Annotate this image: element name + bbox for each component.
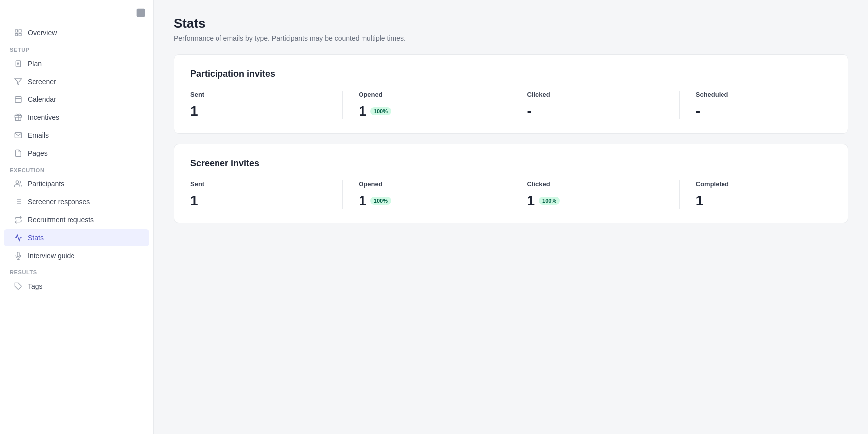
sidebar-item-plan[interactable]: Plan <box>4 55 149 72</box>
mic-icon <box>14 251 23 260</box>
participation-scheduled-value-row: - <box>696 103 832 119</box>
participation-opened-stat: Opened 1 100% <box>359 91 511 119</box>
screener-sent-value: 1 <box>190 193 198 209</box>
participation-clicked-label: Clicked <box>527 91 663 98</box>
sidebar-item-calendar[interactable]: Calendar <box>4 91 149 108</box>
screener-clicked-stat: Clicked 1 100% <box>527 180 680 209</box>
screener-opened-stat: Opened 1 100% <box>359 180 511 209</box>
sidebar-item-pages[interactable]: Pages <box>4 145 149 162</box>
svg-rect-11 <box>15 97 21 103</box>
page-title: Stats <box>174 16 848 31</box>
participation-clicked-stat: Clicked - <box>527 91 680 119</box>
participation-scheduled-stat: Scheduled - <box>696 91 832 119</box>
sidebar-item-tags[interactable]: Tags <box>4 278 149 295</box>
participation-opened-value: 1 <box>359 103 366 119</box>
sidebar-item-label: Overview <box>28 29 57 37</box>
screener-sent-label: Sent <box>190 180 326 188</box>
participation-clicked-value: - <box>527 103 532 119</box>
sidebar-item-emails[interactable]: Emails <box>4 127 149 144</box>
sidebar-item-label: Participants <box>28 180 64 188</box>
grid-icon <box>14 28 23 37</box>
svg-rect-2 <box>15 30 18 32</box>
screener-clicked-value-row: 1 100% <box>527 193 663 209</box>
screener-clicked-label: Clicked <box>527 180 663 188</box>
main-content: Stats Performance of emails by type. Par… <box>154 0 868 434</box>
participation-sent-label: Sent <box>190 91 326 98</box>
sidebar-item-label: Plan <box>28 60 42 68</box>
screener-invites-title: Screener invites <box>190 158 832 169</box>
sidebar-collapse-button[interactable] <box>0 8 153 24</box>
screener-clicked-badge: 100% <box>539 197 560 205</box>
sidebar-item-label: Screener responses <box>28 198 90 206</box>
screener-completed-label: Completed <box>696 180 832 188</box>
sidebar-item-overview[interactable]: Overview <box>4 24 149 41</box>
sidebar-item-recruitment-requests[interactable]: Recruitment requests <box>4 211 149 228</box>
participation-scheduled-value: - <box>696 103 700 119</box>
sidebar-item-label: Screener <box>28 78 56 86</box>
execution-section-label: Execution <box>0 162 153 175</box>
svg-marker-10 <box>15 79 21 85</box>
screener-completed-stat: Completed 1 <box>696 180 832 209</box>
sidebar-item-incentives[interactable]: Incentives <box>4 109 149 126</box>
sidebar-item-label: Stats <box>28 234 44 242</box>
results-section-label: Results <box>0 264 153 277</box>
screener-opened-value: 1 <box>359 193 366 209</box>
screener-completed-value: 1 <box>696 193 704 209</box>
sidebar-item-participants[interactable]: Participants <box>4 175 149 192</box>
screener-opened-label: Opened <box>359 180 495 188</box>
filter-icon <box>14 77 23 86</box>
sidebar: Overview Setup Plan Screener Calendar <box>0 0 154 434</box>
screener-invites-row: Sent 1 Opened 1 100% Clicked 1 100% <box>190 180 832 209</box>
clipboard-icon <box>14 59 23 68</box>
calendar-icon <box>14 95 23 104</box>
participation-invites-card: Participation invites Sent 1 Opened 1 10… <box>174 54 848 134</box>
svg-rect-5 <box>19 33 21 36</box>
sidebar-item-interview-guide[interactable]: Interview guide <box>4 247 149 264</box>
users-icon <box>14 179 23 188</box>
sidebar-item-label: Pages <box>28 149 48 157</box>
participation-sent-value: 1 <box>190 103 198 119</box>
svg-point-17 <box>16 181 18 183</box>
sidebar-item-label: Tags <box>28 282 43 290</box>
page-subtitle: Performance of emails by type. Participa… <box>174 34 848 42</box>
participation-opened-label: Opened <box>359 91 495 98</box>
sidebar-item-screener-responses[interactable]: Screener responses <box>4 193 149 210</box>
tag-icon <box>14 282 23 291</box>
sidebar-item-label: Interview guide <box>28 252 74 260</box>
sidebar-item-label: Emails <box>28 131 49 139</box>
screener-sent-stat: Sent 1 <box>190 180 343 209</box>
sidebar-item-label: Calendar <box>28 95 56 103</box>
participation-clicked-value-row: - <box>527 103 663 119</box>
sidebar-item-label: Recruitment requests <box>28 216 94 224</box>
participation-scheduled-label: Scheduled <box>696 91 832 98</box>
sidebar-item-screener[interactable]: Screener <box>4 73 149 90</box>
participation-sent-stat: Sent 1 <box>190 91 343 119</box>
sidebar-item-stats[interactable]: Stats <box>4 229 149 246</box>
participation-sent-value-row: 1 <box>190 103 326 119</box>
participation-opened-value-row: 1 100% <box>359 103 495 119</box>
screener-completed-value-row: 1 <box>696 193 832 209</box>
svg-rect-3 <box>19 30 21 32</box>
participation-opened-badge: 100% <box>370 107 391 115</box>
arrow-icon <box>14 215 23 224</box>
mail-icon <box>14 131 23 140</box>
setup-section-label: Setup <box>0 42 153 55</box>
participation-invites-title: Participation invites <box>190 69 832 79</box>
screener-sent-value-row: 1 <box>190 193 326 209</box>
file-icon <box>14 149 23 158</box>
svg-rect-0 <box>137 9 145 17</box>
screener-clicked-value: 1 <box>527 193 535 209</box>
svg-rect-4 <box>15 33 18 36</box>
chart-icon <box>14 233 23 242</box>
sidebar-item-label: Incentives <box>28 113 59 121</box>
participation-invites-row: Sent 1 Opened 1 100% Clicked - Scheduled <box>190 91 832 119</box>
screener-opened-badge: 100% <box>370 197 391 205</box>
screener-invites-card: Screener invites Sent 1 Opened 1 100% Cl… <box>174 144 848 223</box>
gift-icon <box>14 113 23 122</box>
screener-opened-value-row: 1 100% <box>359 193 495 209</box>
list-icon <box>14 197 23 206</box>
